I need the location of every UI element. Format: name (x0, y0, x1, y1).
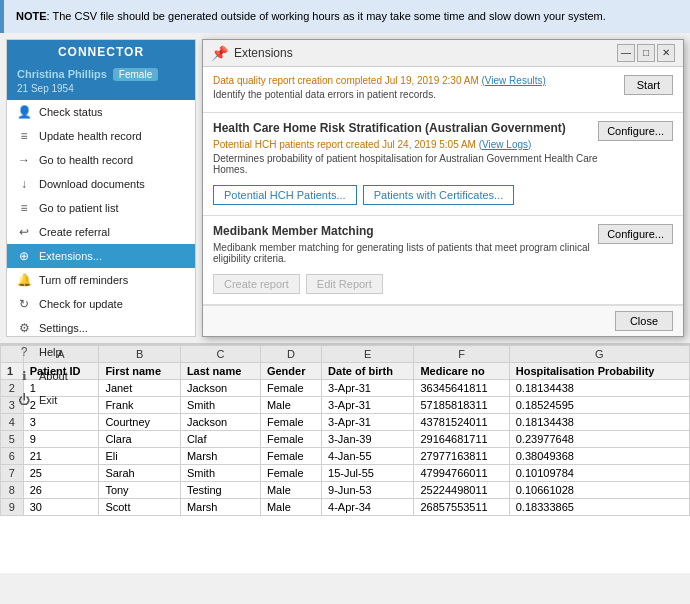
menu-settings[interactable]: ⚙ Settings... (7, 316, 195, 340)
data-header-medicare: Medicare no (414, 362, 509, 379)
menu-settings-label: Settings... (39, 322, 88, 334)
maximize-button[interactable]: □ (637, 44, 655, 62)
dialog-controls: — □ ✕ (617, 44, 675, 62)
menu-download-documents-label: Download documents (39, 178, 145, 190)
medibank-left: Medibank Member Matching Medibank member… (213, 224, 598, 268)
cell-prob: 0.18134438 (509, 413, 689, 430)
menu-extensions-label: Extensions... (39, 250, 102, 262)
create-report-button: Create report (213, 274, 300, 294)
cell-prob: 0.18333865 (509, 498, 689, 515)
menu-turn-off-reminders-label: Turn off reminders (39, 274, 128, 286)
medibank-desc: Medibank member matching for generating … (213, 242, 598, 264)
download-documents-icon: ↓ (17, 177, 31, 191)
dialog-title: Extensions (234, 46, 293, 60)
cell-gender: Male (260, 396, 321, 413)
hch-header: Health Care Home Risk Stratification (Au… (213, 121, 673, 179)
cell-dob: 9-Jun-53 (322, 481, 414, 498)
menu-exit-label: Exit (39, 394, 57, 406)
hch-configure-button[interactable]: Configure... (598, 121, 673, 141)
main-area: CONNECTOR Christina Phillips Female 21 S… (0, 33, 690, 343)
check-for-update-icon: ↻ (17, 297, 31, 311)
data-header-gender: Gender (260, 362, 321, 379)
menu-check-status[interactable]: 👤 Check status (7, 100, 195, 124)
menu-check-for-update[interactable]: ↻ Check for update (7, 292, 195, 316)
cell-first-name: Eli (99, 447, 181, 464)
cell-prob: 0.10661028 (509, 481, 689, 498)
cell-gender: Female (260, 379, 321, 396)
cell-dob: 15-Jul-55 (322, 464, 414, 481)
patients-with-certificates-button[interactable]: Patients with Certificates... (363, 185, 515, 205)
dialog-body: Data quality report creation completed J… (203, 67, 683, 305)
note-text: : The CSV file should be generated outsi… (47, 10, 606, 22)
cell-gender: Female (260, 430, 321, 447)
data-quality-view-results-link[interactable]: (View Results) (482, 75, 546, 86)
cell-prob: 0.18524595 (509, 396, 689, 413)
dialog-titlebar: 📌 Extensions — □ ✕ (203, 40, 683, 67)
row-num: 5 (1, 430, 24, 447)
menu-go-to-health-record[interactable]: → Go to health record (7, 148, 195, 172)
cell-first-name: Courtney (99, 413, 181, 430)
gender-badge: Female (113, 68, 158, 81)
menu-update-health-record[interactable]: ≡ Update health record (7, 124, 195, 148)
close-x-button[interactable]: ✕ (657, 44, 675, 62)
hch-btn-row: Potential HCH Patients... Patients with … (213, 185, 673, 205)
cell-prob: 0.18134438 (509, 379, 689, 396)
cell-last-name: Jackson (180, 379, 260, 396)
dialog-title-left: 📌 Extensions (211, 45, 293, 61)
cell-last-name: Marsh (180, 498, 260, 515)
data-header-prob: Hospitalisation Probability (509, 362, 689, 379)
hch-view-logs-link[interactable]: (View Logs) (479, 139, 532, 150)
connector-header: CONNECTOR (7, 40, 195, 64)
extensions-dialog: 📌 Extensions — □ ✕ Data quality report c… (202, 39, 684, 337)
medibank-title: Medibank Member Matching (213, 224, 598, 238)
menu-extensions[interactable]: ⊕ Extensions... (7, 244, 195, 268)
row-num: 6 (1, 447, 24, 464)
potential-hch-patients-button[interactable]: Potential HCH Patients... (213, 185, 357, 205)
row-num: 8 (1, 481, 24, 498)
hch-completion: Potential HCH patients report created Ju… (213, 139, 598, 150)
menu-create-referral-label: Create referral (39, 226, 110, 238)
menu-check-for-update-label: Check for update (39, 298, 123, 310)
table-row: 8 26 Tony Testing Male 9-Jun-53 25224498… (1, 481, 690, 498)
menu-download-documents[interactable]: ↓ Download documents (7, 172, 195, 196)
data-quality-left: Data quality report creation completed J… (213, 75, 614, 104)
patient-dob: 21 Sep 1954 (17, 83, 185, 94)
cell-patient-id: 30 (23, 498, 99, 515)
dialog-footer: Close (203, 305, 683, 336)
cell-last-name: Claf (180, 430, 260, 447)
menu-create-referral[interactable]: ↩ Create referral (7, 220, 195, 244)
cell-medicare: 25224498011 (414, 481, 509, 498)
minimize-button[interactable]: — (617, 44, 635, 62)
cell-prob: 0.38049368 (509, 447, 689, 464)
menu-go-to-patient-list[interactable]: ≡ Go to patient list (7, 196, 195, 220)
menu-go-to-health-record-label: Go to health record (39, 154, 133, 166)
cell-gender: Female (260, 447, 321, 464)
settings-icon: ⚙ (17, 321, 31, 335)
edit-report-button: Edit Report (306, 274, 383, 294)
connector-panel: CONNECTOR Christina Phillips Female 21 S… (6, 39, 196, 337)
col-header-g: G (509, 345, 689, 362)
medibank-section: Medibank Member Matching Medibank member… (203, 216, 683, 305)
create-referral-icon: ↩ (17, 225, 31, 239)
patient-info: Christina Phillips Female 21 Sep 1954 (7, 64, 195, 100)
cell-last-name: Jackson (180, 413, 260, 430)
cell-dob: 3-Apr-31 (322, 413, 414, 430)
dialog-close-button[interactable]: Close (615, 311, 673, 331)
row-num: 7 (1, 464, 24, 481)
table-row: 5 9 Clara Claf Female 3-Jan-39 291646817… (1, 430, 690, 447)
col-header-e: E (322, 345, 414, 362)
menu-help[interactable]: ? Help (7, 340, 195, 364)
medibank-configure-button[interactable]: Configure... (598, 224, 673, 244)
cell-first-name: Clara (99, 430, 181, 447)
cell-prob: 0.10109784 (509, 464, 689, 481)
data-quality-start-button[interactable]: Start (624, 75, 673, 95)
data-quality-desc: Identify the potential data errors in pa… (213, 89, 614, 100)
data-header-last-name: Last name (180, 362, 260, 379)
cell-last-name: Smith (180, 396, 260, 413)
row-num: 9 (1, 498, 24, 515)
note-prefix: NOTE (16, 10, 47, 22)
row-num: 4 (1, 413, 24, 430)
menu-turn-off-reminders[interactable]: 🔔 Turn off reminders (7, 268, 195, 292)
medibank-header: Medibank Member Matching Medibank member… (213, 224, 673, 268)
note-bar: NOTE: The CSV file should be generated o… (0, 0, 690, 33)
